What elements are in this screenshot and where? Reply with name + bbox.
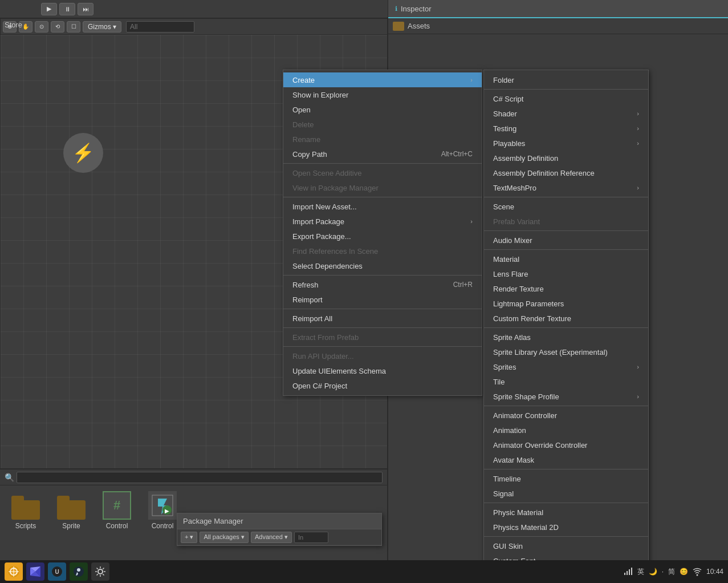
context-menu-refresh[interactable]: Refresh Ctrl+R	[283, 277, 482, 292]
step-button[interactable]: ⏭	[78, 3, 93, 15]
sub-physics-material-2d[interactable]: Physics Material 2D	[484, 520, 648, 535]
inspector-tab-label: Inspector	[401, 5, 431, 13]
sub-avatar-mask[interactable]: Avatar Mask	[484, 452, 648, 467]
assets-folder-icon	[393, 22, 404, 31]
context-menu-import-package[interactable]: Import Package ›	[283, 214, 482, 229]
context-menu-reimport-all[interactable]: Reimport All	[283, 311, 482, 326]
sub-signal[interactable]: Signal	[484, 486, 648, 501]
system-tray: 英 🌙 · 简 😊 10:44	[624, 567, 723, 577]
pkg-packages-dropdown[interactable]: All packages ▾	[200, 532, 248, 543]
asset-item-control-script[interactable]: # Control	[103, 491, 131, 530]
sub-sep-9	[484, 536, 648, 537]
sub-sep-8	[484, 503, 648, 503]
taskbar-icon-vs[interactable]	[26, 562, 44, 581]
sub-audio-mixer[interactable]: Audio Mixer	[484, 233, 648, 248]
separator-6	[283, 346, 482, 347]
taskbar-icon-settings[interactable]	[91, 562, 109, 581]
sub-animator-override[interactable]: Animator Override Controller	[484, 438, 648, 452]
context-menu-reimport[interactable]: Reimport	[283, 292, 482, 307]
play-button[interactable]: ▶	[41, 3, 57, 15]
sub-textmeshpro[interactable]: TextMeshPro ›	[484, 180, 648, 195]
sub-tile[interactable]: Tile	[484, 374, 648, 389]
system-clock: 10:44	[706, 568, 723, 576]
sub-lens-flare[interactable]: Lens Flare	[484, 266, 648, 281]
pkg-advanced-dropdown[interactable]: Advanced ▾	[251, 532, 292, 543]
svg-rect-14	[627, 571, 628, 575]
context-menu-view-package: View in Package Manager	[283, 180, 482, 195]
sub-animation[interactable]: Animation	[484, 423, 648, 438]
asset-item-control-prefab[interactable]: ▶ Control	[148, 491, 177, 530]
context-menu-create[interactable]: Create ›	[283, 72, 482, 87]
svg-rect-16	[631, 568, 632, 575]
sub-prefab-variant: Prefab Variant	[484, 214, 648, 229]
context-menu-run-api: Run API Updater...	[283, 349, 482, 363]
pkg-add-button[interactable]: + ▾	[181, 532, 197, 543]
context-menu-show-explorer[interactable]: Show in Explorer	[283, 87, 482, 102]
context-menu-open-scene: Open Scene Additive	[283, 165, 482, 180]
sub-assembly-def-ref[interactable]: Assembly Definition Reference	[484, 165, 648, 180]
sub-scene[interactable]: Scene	[484, 199, 648, 214]
asset-item-sprite[interactable]: Sprite	[57, 496, 86, 530]
context-menu-import-new[interactable]: Import New Asset...	[283, 199, 482, 214]
scene-tool-3[interactable]: ⊙	[35, 21, 48, 33]
context-menu-create-label: Create	[292, 76, 315, 84]
context-menu-extract-prefab: Extract From Prefab	[283, 330, 482, 345]
sub-gui-skin[interactable]: GUI Skin	[484, 539, 648, 553]
sub-playables[interactable]: Playables ›	[484, 136, 648, 151]
context-menu-rename: Rename	[283, 132, 482, 147]
sub-sprite-library[interactable]: Sprite Library Asset (Experimental)	[484, 345, 648, 359]
wifi-icon	[693, 567, 702, 576]
svg-rect-13	[624, 573, 625, 575]
tray-moon: 🌙	[649, 568, 657, 576]
scene-tool-4[interactable]: ⟲	[51, 21, 64, 33]
context-menu-copy-path[interactable]: Copy Path Alt+Ctrl+C	[283, 147, 482, 161]
taskbar-icon-steam[interactable]	[70, 562, 88, 581]
svg-point-17	[696, 574, 698, 576]
sub-timeline[interactable]: Timeline	[484, 471, 648, 486]
scene-search-input[interactable]	[126, 21, 194, 33]
sub-csharp[interactable]: C# Script	[484, 91, 648, 106]
tray-chinese-1: 英	[637, 567, 644, 577]
sub-testing[interactable]: Testing ›	[484, 121, 648, 136]
context-menu-delete: Delete	[283, 117, 482, 132]
taskbar: U 英 🌙 · 简 😊	[0, 560, 728, 583]
search-icon: 🔍	[5, 473, 14, 482]
sub-material[interactable]: Material	[484, 252, 648, 266]
pkg-search-input[interactable]	[294, 532, 328, 543]
sub-sprite-atlas[interactable]: Sprite Atlas	[484, 330, 648, 345]
context-menu-select-deps[interactable]: Select Dependencies	[283, 258, 482, 273]
separator-4	[283, 309, 482, 309]
asset-search-input[interactable]	[17, 472, 383, 483]
context-menu-export-package[interactable]: Export Package...	[283, 229, 482, 244]
separator-3	[283, 275, 482, 276]
gizmos-dropdown[interactable]: Gizmos ▾	[83, 21, 121, 33]
context-menu-open[interactable]: Open	[283, 102, 482, 117]
context-menu-create-arrow: ›	[470, 76, 473, 83]
folder-icon-scripts	[11, 496, 40, 520]
sub-sprites[interactable]: Sprites ›	[484, 359, 648, 374]
sub-custom-render-texture[interactable]: Custom Render Texture	[484, 311, 648, 326]
inspector-tab[interactable]: ℹ Inspector	[388, 0, 728, 18]
scene-tool-5[interactable]: ☐	[67, 21, 80, 33]
inspector-icon: ℹ	[395, 5, 397, 13]
sub-folder[interactable]: Folder	[484, 72, 648, 87]
sub-physic-material[interactable]: Physic Material	[484, 505, 648, 520]
sub-assembly-def[interactable]: Assembly Definition	[484, 151, 648, 165]
sub-sprite-shape[interactable]: Sprite Shape Profile ›	[484, 389, 648, 404]
sub-shader[interactable]: Shader ›	[484, 106, 648, 121]
sub-render-texture[interactable]: Render Texture	[484, 281, 648, 296]
tray-dot: ·	[662, 568, 664, 576]
context-menu-find-refs: Find References In Scene	[283, 244, 482, 258]
taskbar-icon-browser[interactable]	[5, 562, 23, 581]
prefab-icon-control: ▶	[148, 491, 177, 520]
asset-label-sprite: Sprite	[62, 522, 80, 530]
context-menu-open-csharp[interactable]: Open C# Project	[283, 378, 482, 393]
sub-animator-controller[interactable]: Animator Controller	[484, 408, 648, 423]
sub-lightmap-params[interactable]: Lightmap Parameters	[484, 296, 648, 311]
scene-object-icon: ⚡	[63, 133, 103, 173]
pause-button[interactable]: ⏸	[59, 3, 75, 15]
taskbar-icon-unity[interactable]: U	[48, 562, 66, 581]
asset-item-scripts[interactable]: Scripts	[11, 496, 40, 530]
svg-text:▶: ▶	[165, 508, 169, 514]
context-menu-update-ui[interactable]: Update UIElements Schema	[283, 363, 482, 378]
